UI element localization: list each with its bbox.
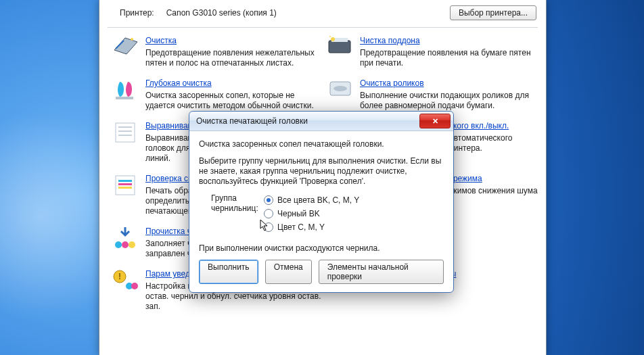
printer-name: Canon G3010 series (копия 1): [166, 8, 277, 18]
close-button[interactable]: ✕: [419, 114, 451, 128]
svg-point-17: [115, 241, 122, 248]
svg-rect-8: [116, 123, 135, 142]
svg-point-3: [331, 37, 335, 41]
radio-all-colors-label: Все цвета BK, C, M, Y: [277, 195, 359, 205]
nozzle-check-icon: [110, 173, 141, 200]
svg-rect-15: [118, 183, 132, 185]
svg-point-19: [129, 241, 135, 248]
window-header: Принтер: Canon G3010 series (копия 1) Вы…: [99, 0, 546, 27]
roller-clean-icon: [325, 78, 356, 105]
svg-rect-5: [116, 97, 133, 99]
ink-flush-icon: [110, 226, 141, 253]
deep-clean-link[interactable]: Глубокая очистка: [145, 78, 325, 89]
svg-point-0: [131, 38, 133, 41]
dialog-titlebar[interactable]: Очистка печатающей головки ✕: [189, 112, 453, 131]
select-printer-button[interactable]: Выбор принтера...: [450, 5, 536, 20]
radio-icon: [264, 209, 273, 218]
dialog-intro: Очистка засоренных сопел печатающей голо…: [199, 139, 444, 149]
svg-point-18: [122, 241, 129, 248]
close-icon: ✕: [432, 117, 438, 126]
radio-black[interactable]: Черный BK: [264, 207, 359, 220]
deep-clean-desc: Очистка засоренных сопел, которые не уда…: [145, 91, 325, 111]
desktop-background: Принтер: Canon G3010 series (копия 1) Вы…: [0, 0, 644, 355]
execute-button[interactable]: Выполнить: [199, 260, 258, 284]
svg-text:!: !: [118, 272, 121, 281]
tray-clean-desc: Предотвращение появления на бумаге пятен…: [360, 48, 539, 68]
radio-all-colors[interactable]: Все цвета BK, C, M, Y: [264, 193, 359, 207]
cleaning-desc: Предотвращение появления нежелательных п…: [145, 48, 325, 68]
cancel-button[interactable]: Отмена: [265, 260, 312, 284]
header-divider: [108, 27, 538, 28]
svg-rect-16: [118, 187, 132, 189]
initial-check-items-button[interactable]: Элементы начальной проверки: [319, 260, 444, 284]
svg-point-23: [131, 283, 138, 289]
align-icon: [110, 120, 141, 147]
svg-rect-1: [329, 41, 350, 53]
print-head-cleaning-dialog: Очистка печатающей головки ✕ Очистка зас…: [189, 111, 454, 293]
radio-color[interactable]: Цвет C, M, Y: [264, 220, 359, 234]
svg-point-7: [334, 86, 347, 91]
cleaning-icon: [110, 35, 141, 62]
svg-point-4: [329, 36, 331, 37]
tray-clean-icon: [325, 35, 356, 62]
dialog-title: Очистка печатающей головки: [196, 116, 419, 126]
cleaning-link[interactable]: Очистка: [145, 35, 325, 46]
tray-clean-link[interactable]: Чистка поддона: [360, 35, 539, 46]
radio-icon: [264, 195, 273, 205]
radio-color-label: Цвет C, M, Y: [277, 222, 325, 232]
svg-rect-14: [118, 180, 132, 182]
radio-icon: [264, 222, 273, 232]
radio-black-label: Черный BK: [277, 209, 320, 218]
deep-clean-icon: [110, 78, 141, 105]
roller-clean-link[interactable]: Очистка роликов: [360, 78, 539, 89]
dialog-instruction: Выберите группу чернильниц для выполнени…: [199, 156, 444, 187]
ink-consumption-note: При выполнении очистки расходуются черни…: [199, 243, 444, 253]
roller-clean-desc: Выполнение очистки подающих роликов для …: [360, 91, 539, 111]
ink-group-label: Группа чернильниц:: [211, 193, 264, 234]
ink-level-icon: !: [110, 268, 141, 295]
printer-label: Принтер:: [120, 8, 154, 18]
